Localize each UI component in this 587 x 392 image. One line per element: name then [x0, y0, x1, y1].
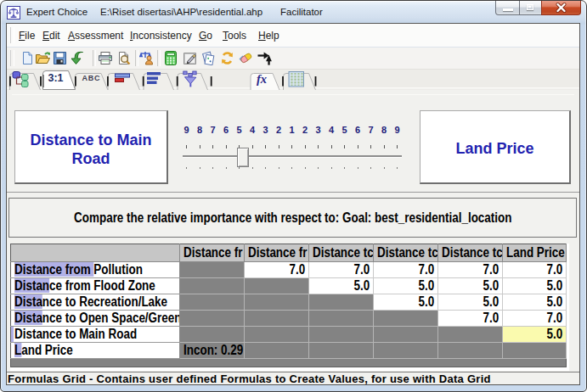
svg-text:3:1: 3:1	[48, 72, 64, 84]
svg-text:ABC: ABC	[82, 74, 101, 82]
svg-text:fx: fx	[257, 72, 267, 86]
